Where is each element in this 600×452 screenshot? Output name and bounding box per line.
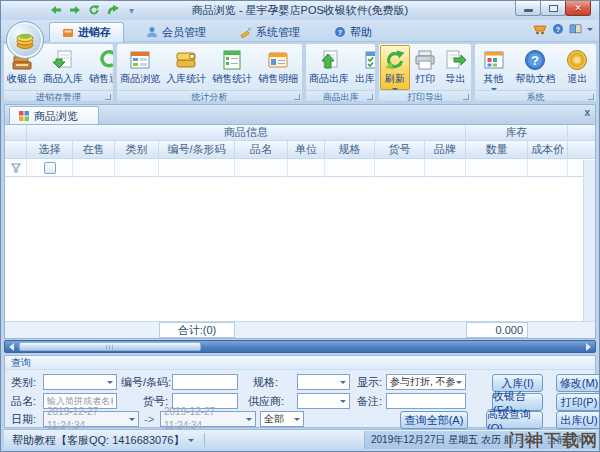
scroll-right-icon[interactable] — [586, 343, 591, 351]
column-header-name[interactable]: 品名 — [235, 141, 288, 159]
minimize-button[interactable] — [515, 1, 541, 16]
column-header-itemno[interactable]: 货号 — [375, 141, 425, 159]
goods-out-button[interactable]: 商品出库 — [306, 45, 352, 90]
modify-button[interactable]: 修改(M) — [556, 374, 600, 392]
select-all-checkbox[interactable] — [44, 162, 56, 174]
refresh-button[interactable]: 刷新 — [380, 45, 410, 90]
sales-stats-button[interactable]: 销售统计 — [209, 45, 255, 90]
outstock-stats-button[interactable]: 出库统计 — [352, 45, 377, 90]
tab-inventory[interactable]: 进销存 — [49, 22, 124, 42]
refresh-quick-button[interactable] — [87, 3, 101, 17]
print-p-button[interactable]: 打印(P) — [556, 393, 600, 411]
filter-cell[interactable] — [325, 159, 375, 177]
scroll-left-icon[interactable] — [9, 343, 14, 351]
filter-cell[interactable] — [235, 159, 288, 177]
instock-stats-icon — [174, 48, 198, 72]
help-doc-button[interactable]: ? 帮助文档 — [512, 45, 558, 90]
column-header-onsale[interactable]: 在售 — [73, 141, 115, 159]
sales-return-button[interactable]: 销售退货 — [86, 45, 114, 90]
globe-help-icon[interactable]: ? — [552, 23, 564, 35]
grid-summary-row: 合计:(0) 0.000 — [5, 321, 595, 338]
titlebar-mini-icons: ? — [533, 23, 593, 35]
vertical-scrollbar[interactable] — [583, 160, 595, 321]
filter-cell[interactable] — [425, 159, 466, 177]
remark-input[interactable] — [386, 393, 466, 409]
dialog-launcher-icon[interactable] — [105, 94, 111, 100]
scrollbar-thumb[interactable] — [19, 342, 201, 351]
app-logo-button[interactable] — [6, 21, 44, 59]
supplier-select[interactable] — [297, 393, 350, 409]
query-panel-body: 类别: 编号/条码: 规格: 显示: 参与打折, 不参... 入库(I) 修改(… — [5, 370, 595, 428]
horizontal-scrollbar[interactable] — [4, 340, 596, 353]
column-header-spec[interactable]: 规格 — [325, 141, 375, 159]
cart-icon[interactable] — [533, 23, 547, 35]
dialog-launcher-icon[interactable] — [367, 94, 373, 100]
filter-cell[interactable] — [159, 159, 235, 177]
home-quick-button[interactable] — [106, 3, 120, 17]
curved-arrow-icon — [107, 4, 119, 16]
products-grid: 商品信息 库存 选择 在售 类别 编号/条形码 品名 单位 规格 货号 品牌 数… — [4, 124, 596, 339]
sales-analysis-button[interactable]: 销售分析 — [301, 45, 303, 90]
display-select[interactable]: 参与打折, 不参... — [386, 374, 466, 390]
grid-body-empty[interactable] — [5, 177, 595, 321]
scope-select[interactable]: 全部 — [260, 411, 304, 427]
scope-value: 全部 — [264, 412, 284, 426]
exit-icon — [565, 48, 589, 72]
chevron-down-icon — [246, 418, 252, 421]
document-close-icon[interactable]: x — [584, 107, 590, 118]
instock-stats-button[interactable]: 入库统计 — [163, 45, 209, 90]
document-tab-goods-browse[interactable]: 商品浏览 — [9, 106, 99, 125]
document-tab-bar: 商品浏览 x — [4, 104, 596, 124]
goods-browse-button[interactable]: 商品浏览 — [117, 45, 163, 90]
forward-button[interactable] — [68, 3, 82, 17]
code-input[interactable] — [172, 374, 238, 390]
filter-cell[interactable] — [73, 159, 115, 177]
date-from-input[interactable]: 2019-12-27 11:24:34 — [43, 411, 139, 427]
goods-in-button[interactable]: 商品入库 — [40, 45, 86, 90]
thumb-grip-icon — [106, 345, 114, 350]
category-select[interactable] — [43, 374, 117, 390]
dialog-launcher-icon[interactable] — [463, 94, 469, 100]
column-header-unit[interactable]: 单位 — [288, 141, 325, 159]
column-header-brand[interactable]: 品牌 — [425, 141, 466, 159]
column-header-quantity[interactable]: 数量 — [466, 141, 528, 159]
filter-cell[interactable] — [528, 159, 568, 177]
help-tutorial-dropdown[interactable]: 帮助教程【客服QQ: 1416683076】 — [4, 433, 194, 448]
column-header-select[interactable]: 选择 — [27, 141, 73, 159]
advanced-query-button[interactable]: 高级查询(Q) — [486, 411, 543, 429]
ribbon-group-system: 其他 ? 帮助文档 退出 系统 — [474, 43, 597, 102]
chevron-down-icon — [456, 381, 462, 384]
sales-detail-button[interactable]: 销售明细 — [255, 45, 301, 90]
filter-cell[interactable] — [466, 159, 528, 177]
tab-system[interactable]: 系统管理 — [228, 22, 312, 42]
filter-cell[interactable] — [375, 159, 425, 177]
query-all-button[interactable]: 查询全部(A) — [400, 411, 468, 429]
dialog-launcher-icon[interactable] — [294, 94, 300, 100]
close-button[interactable]: ✕ — [565, 1, 591, 16]
exit-button[interactable]: 退出 — [562, 45, 592, 90]
ribbon-group-statistics: 商品浏览 入库统计 销售统计 销售明细 — [116, 43, 303, 102]
filter-cell[interactable] — [115, 159, 159, 177]
column-header-category[interactable]: 类别 — [115, 141, 159, 159]
date-to-input[interactable]: 2019-12-27 11:24:34 — [160, 411, 256, 427]
maximize-button[interactable] — [540, 1, 566, 16]
help-tab-icon: ? — [334, 26, 346, 38]
dialog-launcher-icon[interactable] — [588, 94, 594, 100]
print-button[interactable]: 打印 — [410, 45, 440, 90]
spec-select[interactable] — [297, 374, 350, 390]
stock-out-button[interactable]: 出库(U) — [556, 411, 600, 429]
column-header-barcode[interactable]: 编号/条形码 — [159, 141, 235, 159]
column-header-cost[interactable]: 成本价 — [528, 141, 568, 159]
export-button[interactable]: 导出 — [440, 45, 470, 90]
other-button[interactable]: 其他 — [479, 45, 509, 90]
book-icon[interactable] — [569, 23, 582, 35]
mini-toolbar-dropdown-icon[interactable] — [587, 28, 593, 31]
filter-cell[interactable] — [288, 159, 325, 177]
tab-help[interactable]: ? 帮助 — [322, 22, 384, 42]
filter-funnel-icon[interactable] — [11, 163, 21, 173]
supplier-label: 供应商: — [248, 393, 284, 409]
display-value: 参与打折, 不参... — [390, 375, 456, 389]
back-button[interactable] — [49, 3, 63, 17]
tab-members[interactable]: 会员管理 — [134, 22, 218, 42]
tab-label: 进销存 — [78, 25, 111, 40]
